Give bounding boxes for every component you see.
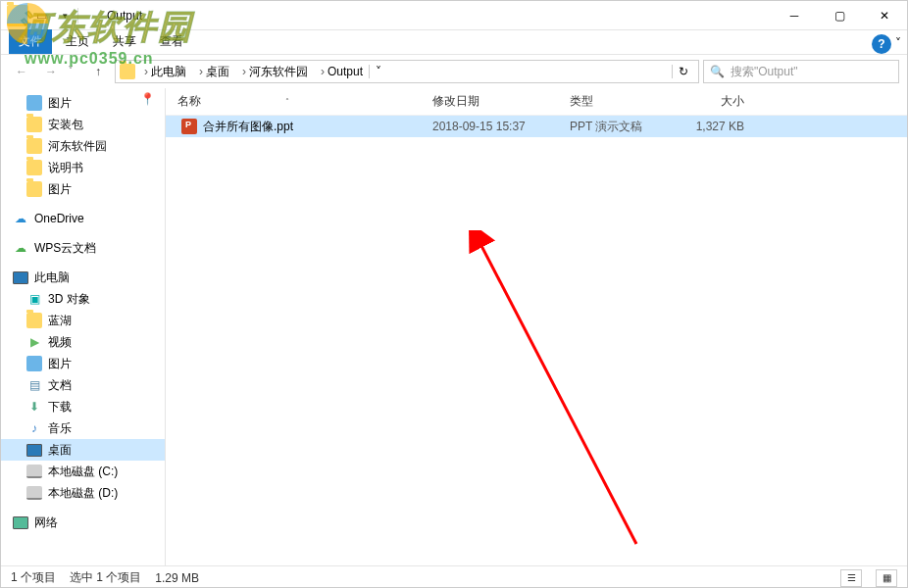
img-icon [26,356,42,371]
sidebar-item[interactable]: 此电脑 [1,267,165,288]
view-details-button[interactable]: ☰ [840,569,862,587]
sidebar-item[interactable]: ♪音乐 [1,417,165,439]
column-name[interactable]: 名称˄ [166,93,421,110]
folder-icon [7,5,28,26]
address-dropdown-icon[interactable]: ˅ [369,65,387,78]
folder-icon [26,181,42,197]
sidebar-item[interactable]: 网络 [1,512,165,533]
sort-asc-icon: ˄ [285,97,289,106]
crumb-desktop[interactable]: 桌面 [206,64,229,80]
search-placeholder: 搜索"Output" [731,64,798,80]
sidebar-item-label: 此电脑 [34,270,70,286]
sidebar-item[interactable]: ▤文档 [1,374,165,396]
sidebar-item[interactable]: 图片 [1,178,165,200]
column-size[interactable]: 大小 [666,93,764,110]
chevron-right-icon[interactable]: › [318,65,328,78]
qat-properties-icon[interactable]: ▭ [30,5,52,26]
tab-file[interactable]: 文件 [9,29,52,54]
sidebar-item[interactable]: 说明书 [1,157,165,178]
sidebar-item[interactable]: 本地磁盘 (D:) [1,482,165,504]
crumb-folder[interactable]: 河东软件园 [249,64,308,80]
qat-dropdown-icon[interactable]: ▾ [54,5,76,26]
status-item-count: 1 个项目 [11,569,56,586]
file-size: 1,327 KB [666,120,764,133]
sidebar-item-label: 本地磁盘 (C:) [48,464,118,480]
nav-forward-button: → [38,59,64,84]
sidebar-item-label: 网络 [34,514,58,531]
sidebar-item-label: 音乐 [48,420,72,437]
column-type[interactable]: 类型 [558,93,666,110]
sidebar-item-label: 下载 [48,399,72,416]
column-date[interactable]: 修改日期 [421,93,558,110]
crumb-pc[interactable]: 此电脑 [151,64,186,80]
sidebar-item-label: WPS云文档 [34,240,96,257]
drive-icon [26,485,42,501]
refresh-button[interactable]: ↻ [672,65,694,78]
desktop-icon [26,442,42,458]
minimize-button[interactable]: ─ [772,1,817,30]
nav-up-button[interactable]: ↑ [85,59,111,84]
maximize-button[interactable]: ▢ [817,1,862,30]
pin-icon[interactable]: 📍 [140,92,155,106]
crumb-output[interactable]: Output [328,65,363,78]
folder-icon [26,117,42,132]
search-icon: 🔍 [710,65,725,78]
sidebar-item[interactable]: 蓝湖 [1,310,165,331]
nav-back-button[interactable]: ← [9,59,34,84]
cloud-green-icon: ☁ [13,240,28,256]
ribbon-expand-icon[interactable]: ˅ [895,36,901,50]
net-icon [13,514,28,530]
search-input[interactable]: 🔍 搜索"Output" [703,60,899,83]
sidebar-item-label: 文档 [48,377,72,394]
folder-icon [26,138,42,154]
window-title: Output [99,9,772,23]
sidebar-item[interactable]: 图片 [1,353,165,374]
nav-history-icon[interactable]: ˅ [68,65,81,78]
sidebar-item[interactable]: 安装包 [1,114,165,135]
sidebar-item[interactable]: ⬇下载 [1,396,165,417]
navigation-tree[interactable]: 📍 图片安装包河东软件园说明书图片☁OneDrive☁WPS云文档此电脑▣3D … [1,88,166,565]
drive-icon [26,464,42,479]
sidebar-item[interactable]: 桌面 [1,439,165,461]
file-name: 合并所有图像.ppt [203,119,293,135]
chevron-right-icon[interactable]: › [239,65,249,78]
sidebar-item[interactable]: 河东软件园 [1,135,165,157]
status-selected: 选中 1 个项目 [70,569,141,586]
file-row[interactable]: 合并所有图像.ppt2018-09-15 15:37PPT 演示文稿1,327 … [166,116,907,137]
folder-icon [26,160,42,175]
sidebar-item-label: 桌面 [48,442,72,459]
doc-icon: ▤ [26,377,42,393]
annotation-arrow [460,230,656,564]
sidebar-item[interactable]: ▶视频 [1,331,165,353]
sidebar-item[interactable]: 本地磁盘 (C:) [1,461,165,482]
sidebar-item[interactable]: ☁OneDrive [1,208,165,229]
tab-view[interactable]: 查看 [150,29,193,54]
sidebar-item-label: 本地磁盘 (D:) [48,485,118,502]
sidebar-item-label: 河东软件园 [48,138,107,155]
close-button[interactable]: ✕ [862,1,907,30]
help-button[interactable]: ? [872,34,891,54]
status-size: 1.29 MB [155,571,199,585]
folder-icon [26,313,42,328]
img-icon [26,95,42,111]
music-icon: ♪ [26,420,42,436]
file-date: 2018-09-15 15:37 [421,120,558,133]
ppt-file-icon [181,119,197,134]
sidebar-item[interactable]: ▣3D 对象 [1,288,165,310]
pc-icon [13,270,28,285]
sidebar-item-label: 蓝湖 [48,313,72,329]
tab-share[interactable]: 共享 [103,29,146,54]
cloud-blue-icon: ☁ [13,211,28,226]
view-icons-button[interactable]: ▦ [876,569,897,587]
sidebar-item[interactable]: ☁WPS云文档 [1,237,165,259]
svg-line-1 [479,242,636,544]
sidebar-item-label: 图片 [48,181,72,198]
sidebar-item-label: 图片 [48,95,72,112]
sidebar-item-label: 视频 [48,334,72,351]
chevron-right-icon[interactable]: › [141,65,151,78]
tab-home[interactable]: 主页 [56,29,99,54]
file-type: PPT 演示文稿 [558,119,666,135]
chevron-right-icon[interactable]: › [196,65,206,78]
sidebar-item-label: 图片 [48,356,72,372]
address-bar[interactable]: ›此电脑 ›桌面 ›河东软件园 ›Output ˅ ↻ [115,60,699,83]
